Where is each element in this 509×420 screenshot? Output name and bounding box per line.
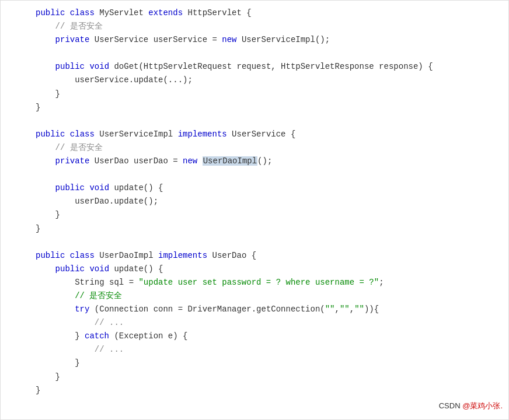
code-line-10: public class UserServiceImpl implements …: [36, 128, 497, 141]
code-line-17: }: [36, 222, 497, 236]
code-line-7: }: [36, 88, 497, 101]
code-line-3: private UserService userService = new Us…: [36, 33, 497, 47]
code-line-8: }: [36, 101, 497, 114]
code-line-18: [36, 236, 497, 249]
code-line-27: }: [36, 356, 497, 370]
code-container: public class MyServlet extends HttpServl…: [0, 0, 509, 420]
code-line-9: [36, 114, 497, 128]
code-line-24: // ...: [36, 316, 497, 330]
code-line-22: // 是否安全: [36, 289, 497, 303]
code-line-29: }: [36, 384, 497, 397]
watermark-red: @菜鸡小张.: [462, 401, 503, 410]
code-line-26: // ...: [36, 343, 497, 356]
code-line-15: userDao.update();: [36, 195, 497, 208]
code-line-23: try (Connection conn = DriverManager.get…: [36, 303, 497, 316]
code-block: public class MyServlet extends HttpServl…: [36, 6, 497, 397]
code-line-1: public class MyServlet extends HttpServl…: [36, 6, 497, 20]
code-line-14: public void update() {: [36, 181, 497, 195]
code-line-25: } catch (Exception e) {: [36, 330, 497, 343]
code-line-21: String sql = "update user set password =…: [36, 276, 497, 289]
code-line-2: // 是否安全: [36, 20, 497, 33]
code-line-19: public class UserDaoImpl implements User…: [36, 249, 497, 262]
code-line-20: public void update() {: [36, 262, 497, 276]
code-line-28: }: [36, 370, 497, 384]
code-line-16: }: [36, 208, 497, 222]
code-line-5: public void doGet(HttpServletRequest req…: [36, 60, 497, 74]
code-line-12: private UserDao userDao = new UserDaoImp…: [36, 155, 497, 168]
watermark: CSDN @菜鸡小张.: [439, 400, 503, 412]
code-line-13: [36, 168, 497, 181]
code-line-11: // 是否安全: [36, 141, 497, 155]
code-line-4: [36, 47, 497, 60]
code-line-6: userService.update(...);: [36, 74, 497, 87]
